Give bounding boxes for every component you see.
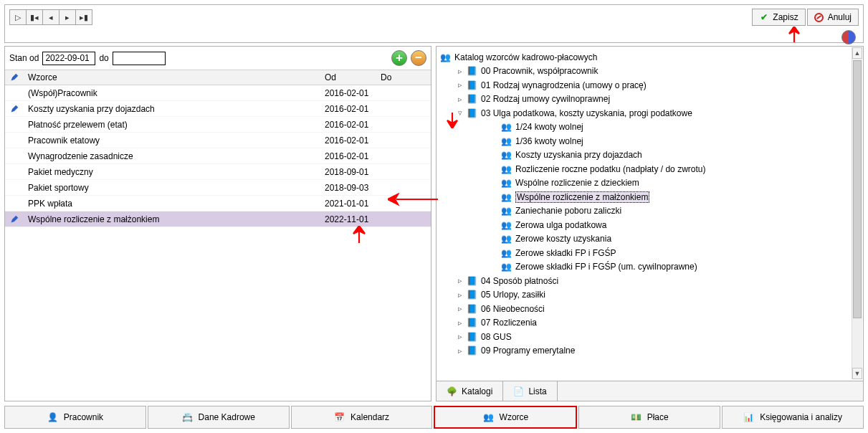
expander-icon[interactable]: ▹ [456, 67, 464, 76]
tree-node[interactable]: ▹04 Sposób płatności [439, 274, 850, 288]
expander-icon[interactable]: ▹ [456, 304, 464, 313]
tree-node[interactable]: ▹07 Rozliczenia [439, 316, 850, 330]
tab-katalogi[interactable]: 🌳 Katalogi [437, 381, 503, 401]
row-pencil [5, 215, 24, 224]
tree-root-label[interactable]: Katalog wzorców kadrowo-płacowych [454, 52, 597, 62]
stan-od-input[interactable] [42, 52, 95, 65]
remove-button[interactable]: − [411, 50, 426, 66]
table-row[interactable]: Wynagrodzenie zasadnicze2016-02-01 [5, 148, 431, 164]
people-icon [501, 136, 512, 146]
tree-node[interactable]: ▹01 Rodzaj wynagrodzenia (umowy o pracę) [439, 78, 850, 92]
grid-body: (Współ)Pracownik2016-02-01Koszty uzyskan… [5, 85, 431, 227]
expander-icon[interactable]: ▹ [456, 290, 464, 300]
table-row[interactable]: Pakiet medyczny2018-09-01 [5, 164, 431, 180]
expander-icon[interactable]: ▹ [456, 318, 464, 328]
do-input[interactable] [113, 52, 166, 65]
table-row[interactable]: Wspólne rozliczenie z małżonkiem2022-11-… [5, 211, 431, 227]
expander-icon[interactable]: ▹ [456, 95, 464, 104]
tree-node-label: Zerowe składki FP i FGŚP [515, 248, 616, 258]
tree-node[interactable]: ▹06 Nieobecności [439, 302, 850, 316]
tree-node[interactable]: Wspólne rozliczenie z dzieckiem [439, 176, 850, 191]
pencil-icon [10, 73, 19, 82]
table-row[interactable]: Koszty uzyskania przy dojazdach2016-02-0… [5, 101, 431, 117]
tab-place[interactable]: 💵 Płace [578, 406, 720, 429]
tab-lista[interactable]: 📄 Lista [503, 381, 557, 401]
table-row[interactable]: Płatność przelewem (etat)2016-02-01 [5, 117, 431, 133]
table-row[interactable]: Pakiet sportowy2018-09-03 [5, 180, 431, 196]
tree-node[interactable]: ▹02 Rodzaj umowy cywilnoprawnej [439, 92, 850, 107]
scroll-up-button[interactable]: ▲ [852, 47, 862, 59]
left-panel: Stan od do + − Wzorce Od Do (Współ)Praco… [4, 46, 431, 401]
table-row[interactable]: (Współ)Pracownik2016-02-01 [5, 85, 431, 101]
nav-prev-button[interactable]: ◂ [42, 9, 59, 25]
tab-wzorce-label: Wzorce [500, 412, 529, 422]
tree-node-label: 06 Nieobecności [481, 304, 545, 314]
nav-last-button[interactable]: ▸▮ [75, 9, 92, 25]
nav-play-button[interactable]: ▷ [9, 9, 27, 25]
tab-wzorce[interactable]: 👥 Wzorce [434, 406, 577, 429]
people-icon [501, 234, 512, 244]
expander-icon[interactable]: ▹ [456, 346, 464, 356]
table-row[interactable]: PPK wpłata2021-01-01 [5, 196, 431, 211]
pencil-column-header [5, 73, 24, 82]
tree-node[interactable]: 1/24 kwoty wolnej [439, 120, 850, 135]
pencil-icon [10, 215, 19, 224]
row-od: 2016-02-01 [320, 120, 376, 130]
save-button[interactable]: ✔ Zapisz [752, 9, 805, 26]
tree-node[interactable]: Zerowe składki FP i FGŚP (um. cywilnopra… [439, 260, 850, 275]
tree-node[interactable]: Zerowa ulga podatkowa [439, 218, 850, 232]
top-toolbar: ▷ ▮◂ ◂ ▸ ▸▮ ✔ Zapisz Anuluj [4, 4, 864, 43]
tree-node[interactable]: Zaniechanie poboru zaliczki [439, 204, 850, 219]
tab-kalendarz[interactable]: 📅 Kalendarz [291, 406, 433, 429]
tree-icon: 🌳 [447, 386, 457, 396]
expander-icon[interactable]: ▹ [456, 332, 464, 341]
do-header[interactable]: Do [376, 72, 419, 82]
globe-icon[interactable] [841, 30, 856, 44]
scroll-down-button[interactable]: ▼ [852, 368, 862, 379]
people-icon [501, 178, 512, 188]
tree-node[interactable]: Zerowe składki FP i FGŚP [439, 246, 850, 260]
tree-node[interactable]: Koszty uzyskania przy dojazdach [439, 148, 850, 163]
row-name: PPK wpłata [24, 199, 320, 209]
tree-node[interactable]: ▹09 Programy emerytalne [439, 344, 850, 358]
tree-node-label: 01 Rodzaj wynagrodzenia (umowy o pracę) [481, 80, 647, 90]
tree-node[interactable]: Zerowe koszty uzyskania [439, 232, 850, 247]
people-icon [501, 192, 512, 202]
wzorce-header[interactable]: Wzorce [24, 72, 320, 82]
tab-ksiegowania[interactable]: 📊 Księgowania i analizy [722, 406, 864, 429]
tree-node[interactable]: ▿03 Ulga podatkowa, koszty uzyskania, pr… [439, 106, 850, 120]
row-od: 2018-09-03 [320, 183, 376, 193]
check-icon: ✔ [759, 12, 769, 22]
tree-node[interactable]: Rozliczenie roczne podatku (nadpłaty / d… [439, 162, 850, 176]
tab-katalogi-label: Katalogi [462, 386, 492, 396]
vertical-scrollbar[interactable]: ▲ ▼ [852, 47, 862, 379]
tree-node-label: 1/24 kwoty wolnej [515, 122, 583, 132]
od-header[interactable]: Od [320, 72, 376, 82]
tree-node[interactable]: ▹05 Urlopy, zasiłki [439, 288, 850, 303]
nav-next-button[interactable]: ▸ [59, 9, 76, 25]
people-icon [501, 122, 512, 132]
book-icon [467, 332, 478, 342]
annotation-arrow-save [784, 27, 804, 42]
money-icon: 💵 [631, 412, 642, 422]
people-icon [501, 150, 512, 160]
row-name: (Współ)Pracownik [24, 88, 320, 98]
cancel-button[interactable]: Anuluj [807, 9, 859, 26]
book-icon [467, 318, 478, 328]
tab-dane-kadrowe[interactable]: 📇 Dane Kadrowe [148, 406, 290, 429]
add-button[interactable]: + [391, 50, 407, 66]
table-row[interactable]: Pracownik etatowy2016-02-01 [5, 133, 431, 148]
tree-node[interactable]: 1/36 kwoty wolnej [439, 134, 850, 148]
nav-first-button[interactable]: ▮◂ [26, 9, 43, 25]
cancel-label: Anuluj [828, 12, 852, 22]
scroll-thumb[interactable] [853, 60, 862, 318]
tree-node-label: Koszty uzyskania przy dojazdach [515, 150, 642, 160]
tree-node[interactable]: ▹00 Pracownik, współpracownik [439, 65, 850, 79]
people-icon [440, 52, 452, 62]
tab-pracownik[interactable]: 👤 Pracownik [4, 406, 146, 429]
expander-icon[interactable]: ▹ [456, 80, 464, 90]
tree-node-label: Zerowe koszty uzyskania [515, 234, 611, 244]
expander-icon[interactable]: ▹ [456, 276, 464, 285]
tree-node[interactable]: Wspólne rozliczenie z małżonkiem [439, 190, 850, 204]
tree-node[interactable]: ▹08 GUS [439, 330, 850, 344]
